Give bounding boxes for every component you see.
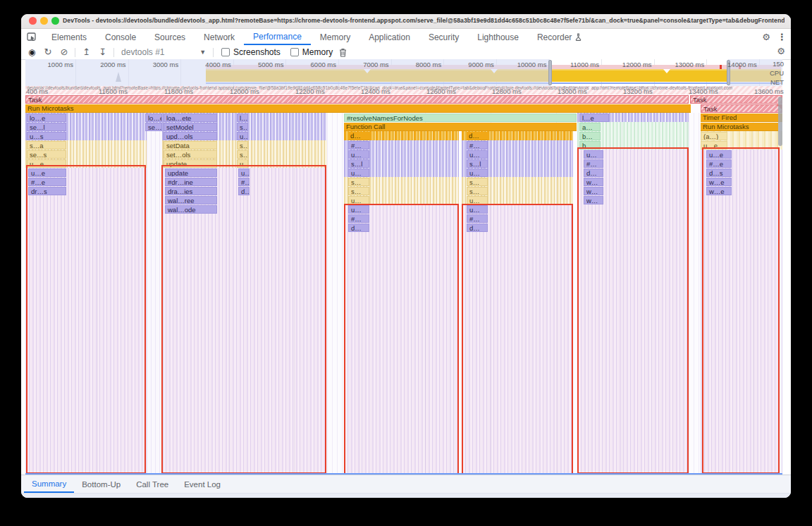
inspect-element-button[interactable]: [21, 29, 42, 45]
flame-bar[interactable]: s…: [348, 178, 369, 186]
flame-bar[interactable]: setData: [164, 141, 217, 149]
flame-bar[interactable]: u…: [348, 169, 369, 177]
clear-recording-button[interactable]: ⊘: [60, 47, 68, 57]
flame-bar[interactable]: d…: [467, 132, 488, 140]
flame-bar[interactable]: d…: [348, 132, 369, 140]
details-tabbar: Summary Bottom-Up Call Tree Event Log: [21, 475, 791, 494]
flame-bar[interactable]: a…: [579, 123, 601, 131]
overview-tick-label: 14000 ms: [716, 61, 757, 68]
flame-texture-band: [689, 113, 701, 475]
tab-memory[interactable]: Memory: [311, 29, 359, 45]
minimize-window-button[interactable]: [40, 17, 48, 25]
overview-tick-label: 11000 ms: [558, 61, 599, 68]
vertical-scrollbar-thumb[interactable]: [778, 97, 782, 146]
main-flamechart[interactable]: TaskTaskRun MicrotasksTasklo…elo…eloa…et…: [25, 94, 782, 475]
flame-bar[interactable]: se…s: [27, 150, 66, 159]
devtools-tabbar: Elements Console Sources Network Perform…: [21, 29, 791, 46]
flame-bar[interactable]: Task: [690, 95, 782, 104]
flame-bar[interactable]: u…s: [27, 132, 66, 140]
flame-bar[interactable]: set…ols: [164, 150, 217, 159]
checkbox-box: [290, 48, 299, 56]
flame-bar[interactable]: lo…e: [145, 114, 162, 122]
reload-and-record-button[interactable]: ↻: [44, 47, 51, 57]
flame-bar[interactable]: s…l: [348, 159, 369, 168]
overview-tick-label: 5000 ms: [242, 61, 283, 68]
flame-bar[interactable]: Function Call: [344, 123, 577, 131]
flame-bar[interactable]: se…l: [145, 123, 162, 131]
flame-bar[interactable]: upd…ols: [164, 132, 217, 140]
flame-bar[interactable]: u…: [348, 196, 369, 204]
tab-event-log[interactable]: Event Log: [176, 475, 228, 493]
cpu-track-label: CPU: [770, 68, 784, 78]
close-window-button[interactable]: [29, 17, 37, 25]
toolbar-divider: [213, 48, 214, 57]
flame-bar[interactable]: lo…e: [27, 114, 66, 122]
load-profile-button[interactable]: ↥: [82, 47, 90, 57]
overview-tick-label: 8000 ms: [400, 61, 441, 68]
tab-lighthouse[interactable]: Lighthouse: [468, 29, 528, 45]
titlebar: DevTools - devtools://devtools/bundled/d…: [21, 14, 791, 29]
flame-bar[interactable]: s…l: [467, 159, 488, 168]
cpu-dip: [663, 69, 670, 73]
flame-bar[interactable]: s…: [348, 187, 369, 195]
flame-bar[interactable]: s…: [467, 187, 488, 195]
flame-bar[interactable]: Task: [701, 104, 782, 113]
tab-console[interactable]: Console: [96, 29, 145, 45]
flame-bar[interactable]: s…l: [237, 123, 248, 131]
tab-sources[interactable]: Sources: [145, 29, 195, 45]
tab-recorder[interactable]: Recorder: [528, 29, 591, 45]
flame-bar[interactable]: se…l: [27, 123, 66, 131]
flame-bar[interactable]: Task: [25, 95, 689, 104]
flame-bar[interactable]: loa…ete: [164, 114, 217, 122]
flame-bar[interactable]: s…a: [27, 141, 66, 149]
flame-bar[interactable]: l…e: [579, 114, 609, 122]
capture-settings-gear-icon[interactable]: ⚙: [777, 47, 785, 56]
settings-gear-icon[interactable]: ⚙: [762, 32, 770, 42]
flame-bar[interactable]: s…: [237, 150, 248, 159]
flame-bar[interactable]: u…: [467, 169, 488, 177]
tab-network[interactable]: Network: [195, 29, 244, 45]
tab-application[interactable]: Application: [359, 29, 419, 45]
flame-bar[interactable]: #resolveNamesForNodes: [344, 114, 577, 122]
save-profile-button[interactable]: ↧: [99, 47, 106, 57]
flame-bar[interactable]: #…: [467, 141, 488, 149]
flame-bar[interactable]: u…: [237, 132, 248, 140]
flame-bar[interactable]: u…: [467, 150, 488, 159]
flame-bar[interactable]: l…: [237, 114, 248, 122]
overview-tick-label: 1000 ms: [32, 61, 73, 68]
flame-bar[interactable]: Run Microtasks: [701, 123, 778, 131]
flame-texture-band: [327, 113, 344, 475]
flame-bar[interactable]: Timer Fired: [701, 114, 782, 122]
flame-bar[interactable]: (a…): [701, 132, 727, 140]
record-button[interactable]: ◉: [28, 47, 35, 57]
overview-right-labels: 150 CPU NET: [770, 59, 784, 87]
overview-tick-label: 7000 ms: [348, 61, 389, 68]
profile-select[interactable]: devtools #1 ▼: [121, 47, 206, 57]
screenshots-checkbox[interactable]: Screenshots: [221, 47, 281, 57]
flask-icon: [575, 33, 582, 41]
flame-bar[interactable]: setModel: [164, 123, 217, 131]
flame-bar[interactable]: Run Microtasks: [25, 104, 691, 113]
inspect-icon: [27, 32, 37, 42]
flame-bar[interactable]: s…: [237, 141, 248, 149]
tab-bottom-up[interactable]: Bottom-Up: [74, 475, 128, 493]
timeline-overview[interactable]: 1000 ms2000 ms3000 ms4000 ms5000 ms6000 …: [25, 59, 782, 86]
trash-icon[interactable]: [339, 48, 347, 57]
tab-call-tree[interactable]: Call Tree: [128, 475, 176, 493]
tab-elements[interactable]: Elements: [42, 29, 96, 45]
tab-performance[interactable]: Performance: [244, 29, 311, 45]
flame-bar[interactable]: u…: [467, 196, 488, 204]
overview-tick-label: 9000 ms: [453, 61, 494, 68]
tab-summary[interactable]: Summary: [24, 475, 74, 493]
flame-bar[interactable]: b…: [579, 132, 601, 140]
maximize-window-button[interactable]: [51, 17, 59, 25]
long-task-highlight-box: [577, 147, 689, 474]
tab-security[interactable]: Security: [419, 29, 468, 45]
flame-bar[interactable]: u…: [348, 150, 369, 159]
toolbar-divider: [113, 48, 114, 57]
selection-left-handle[interactable]: [548, 60, 552, 85]
memory-checkbox[interactable]: Memory: [290, 47, 333, 57]
more-options-icon[interactable]: ⋮: [777, 32, 787, 42]
flame-bar[interactable]: s…: [467, 178, 488, 186]
flame-bar[interactable]: #…: [348, 141, 369, 149]
